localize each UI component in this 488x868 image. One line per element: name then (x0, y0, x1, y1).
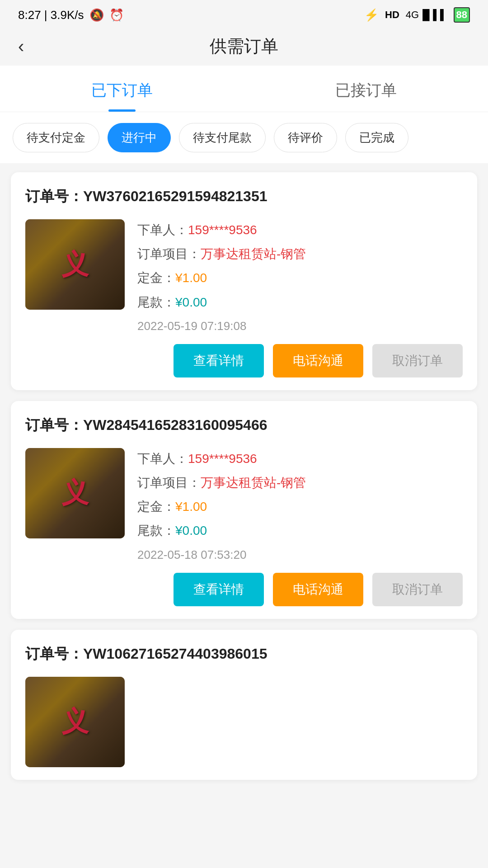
img-char-3: 义 (61, 703, 89, 740)
status-time: 8:27 | 3.9K/s (18, 8, 84, 22)
order-card-3: 订单号：YW10627165274403986015 义 (11, 630, 477, 780)
order-info-1: 下单人：159****9536 订单项目：万事达租赁站-钢管 定金：¥1.00 … (137, 219, 463, 333)
order-body-1: 义 下单人：159****9536 订单项目：万事达租赁站-钢管 定金：¥1.0… (25, 219, 463, 333)
order-body-2: 义 下单人：159****9536 订单项目：万事达租赁站-钢管 定金：¥1.0… (25, 448, 463, 562)
call-button-2[interactable]: 电话沟通 (273, 573, 363, 606)
order-info-2: 下单人：159****9536 订单项目：万事达租赁站-钢管 定金：¥1.00 … (137, 448, 463, 562)
filter-bar: 待支付定金 进行中 待支付尾款 待评价 已完成 (0, 112, 488, 163)
cancel-button-2[interactable]: 取消订单 (372, 573, 463, 606)
img-char-1: 义 (61, 246, 89, 283)
filter-pending-deposit[interactable]: 待支付定金 (13, 123, 99, 152)
deposit-line-2: 定金：¥1.00 (137, 498, 463, 515)
balance-line-2: 尾款：¥0.00 (137, 522, 463, 539)
network-icon: 4G▐▌▌▌ (406, 9, 447, 21)
back-button[interactable]: ‹ (18, 36, 24, 57)
order-list: 订单号：YW37602165291594821351 义 下单人：159****… (0, 163, 488, 789)
battery-indicator: 88 (454, 7, 470, 23)
timestamp-1: 2022-05-19 07:19:08 (137, 319, 463, 333)
detail-button-1[interactable]: 查看详情 (174, 344, 264, 377)
deposit-line-1: 定金：¥1.00 (137, 269, 463, 287)
filter-pending-final[interactable]: 待支付尾款 (179, 123, 266, 152)
balance-line-1: 尾款：¥0.00 (137, 293, 463, 311)
project-line-2: 订单项目：万事达租赁站-钢管 (137, 474, 463, 491)
order-image-1: 义 (25, 219, 125, 310)
tab-placed[interactable]: 已下订单 (0, 66, 244, 112)
order-number-2: 订单号：YW28454165283160095466 (25, 415, 463, 435)
order-actions-2: 查看详情 电话沟通 取消订单 (25, 573, 463, 606)
filter-pending-review[interactable]: 待评价 (274, 123, 337, 152)
order-image-3: 义 (25, 677, 125, 767)
page-header: ‹ 供需订单 (0, 27, 488, 66)
placer-line-1: 下单人：159****9536 (137, 221, 463, 239)
main-tabs: 已下订单 已接订单 (0, 66, 488, 112)
order-actions-1: 查看详情 电话沟通 取消订单 (25, 344, 463, 377)
cancel-button-1[interactable]: 取消订单 (372, 344, 463, 377)
timestamp-2: 2022-05-18 07:53:20 (137, 548, 463, 562)
order-body-3: 义 (25, 677, 463, 780)
call-button-1[interactable]: 电话沟通 (273, 344, 363, 377)
tab-received[interactable]: 已接订单 (244, 66, 488, 112)
order-card-2: 订单号：YW28454165283160095466 义 下单人：159****… (11, 401, 477, 619)
bluetooth-icon: ⚡ (364, 8, 379, 22)
detail-button-2[interactable]: 查看详情 (174, 573, 264, 606)
placer-line-2: 下单人：159****9536 (137, 450, 463, 467)
bell-icon: 🔕 (89, 8, 104, 22)
status-left: 8:27 | 3.9K/s 🔕 ⏰ (18, 8, 124, 22)
alarm-icon: ⏰ (109, 8, 124, 22)
project-line-1: 订单项目：万事达租赁站-钢管 (137, 245, 463, 263)
order-number-3: 订单号：YW10627165274403986015 (25, 644, 463, 664)
page-title: 供需订单 (210, 35, 278, 58)
filter-in-progress[interactable]: 进行中 (108, 123, 171, 152)
status-right: ⚡ HD 4G▐▌▌▌ 88 (364, 7, 470, 23)
order-number-1: 订单号：YW37602165291594821351 (25, 187, 463, 207)
order-image-2: 义 (25, 448, 125, 538)
status-bar: 8:27 | 3.9K/s 🔕 ⏰ ⚡ HD 4G▐▌▌▌ 88 (0, 0, 488, 27)
order-card-1: 订单号：YW37602165291594821351 义 下单人：159****… (11, 172, 477, 390)
filter-completed[interactable]: 已完成 (345, 123, 408, 152)
img-char-2: 义 (61, 475, 89, 511)
hd-icon: HD (385, 9, 399, 21)
